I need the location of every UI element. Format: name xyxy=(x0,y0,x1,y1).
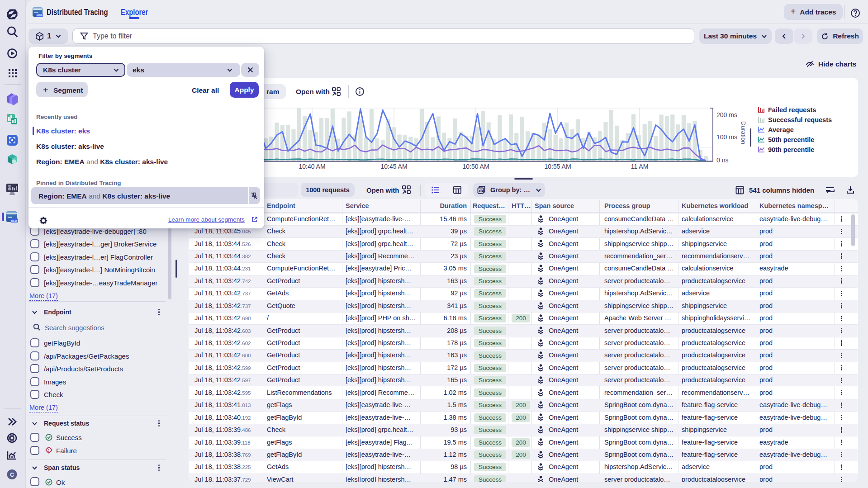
svg-text:NEW: NEW xyxy=(37,14,43,17)
svg-text:C: C xyxy=(10,472,14,478)
svg-text:NEW: NEW xyxy=(11,219,18,222)
